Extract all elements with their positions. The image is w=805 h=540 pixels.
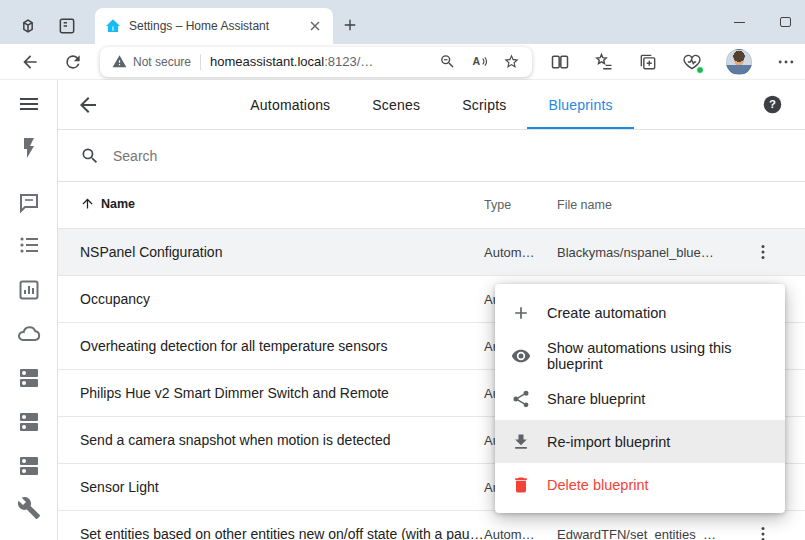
page-content: Automations Scenes Scripts Blueprints ? xyxy=(0,80,805,540)
menu-item-label: Share blueprint xyxy=(547,391,645,407)
address-bar[interactable]: Not secure homeassistant.local :8123/… A xyxy=(100,47,532,77)
plus-icon xyxy=(511,303,531,323)
url-path: :8123/… xyxy=(324,54,373,69)
close-tab-icon[interactable] xyxy=(307,18,323,34)
toolbar-icons xyxy=(550,49,796,75)
ha-header: Automations Scenes Scripts Blueprints ? xyxy=(58,80,805,130)
menu-item-label: Create automation xyxy=(547,305,666,321)
tab-scenes[interactable]: Scenes xyxy=(351,80,441,129)
sort-by-name[interactable]: Name xyxy=(80,196,135,211)
search-icon xyxy=(80,146,100,166)
settings-more-icon[interactable] xyxy=(776,52,796,72)
profile-avatar[interactable] xyxy=(726,49,752,75)
table-row[interactable]: Set entities based on other entities new… xyxy=(58,511,805,540)
row-overflow-menu-icon[interactable] xyxy=(753,242,773,262)
row-type: Autom… xyxy=(484,527,557,540)
minimize-icon[interactable] xyxy=(725,8,753,36)
column-header-name: Name xyxy=(101,197,135,211)
menu-item-show-automations[interactable]: Show automations using this blueprint xyxy=(495,334,785,377)
row-file: EdwardTFN/set_entities_bas… xyxy=(557,527,721,540)
url-host: homeassistant.local xyxy=(210,54,324,69)
row-name: Send a camera snapshot when motion is de… xyxy=(58,432,484,448)
history-icon[interactable] xyxy=(17,278,41,302)
table-header: Name Type File name xyxy=(58,182,805,229)
home-assistant-favicon xyxy=(105,18,121,34)
browser-window: Settings – Home Assistant Not secure xyxy=(0,0,805,540)
tab-blueprints[interactable]: Blueprints xyxy=(527,80,633,129)
ha-main: Automations Scenes Scripts Blueprints ? xyxy=(58,80,805,540)
tab-automations[interactable]: Automations xyxy=(229,80,351,129)
menu-item-reimport-blueprint[interactable]: Re-import blueprint xyxy=(495,420,785,463)
server-icon-2[interactable] xyxy=(17,410,41,434)
refresh-icon[interactable] xyxy=(63,52,83,72)
row-overflow-menu-icon[interactable] xyxy=(753,524,773,540)
search-input[interactable] xyxy=(113,148,413,164)
svg-text:A: A xyxy=(472,55,480,67)
read-aloud-icon[interactable]: A xyxy=(471,53,488,70)
menu-item-label: Show automations using this blueprint xyxy=(547,340,769,372)
essentials-status-badge xyxy=(696,66,704,74)
column-header-file[interactable]: File name xyxy=(557,198,721,212)
menu-item-share-blueprint[interactable]: Share blueprint xyxy=(495,377,785,420)
svg-text:?: ? xyxy=(769,98,776,110)
window-controls xyxy=(725,8,799,36)
browser-tab[interactable]: Settings – Home Assistant xyxy=(95,8,333,44)
new-tab-icon[interactable] xyxy=(341,16,359,34)
table-row[interactable]: NSPanel Configuration Autom… Blackymas/n… xyxy=(58,229,805,276)
split-screen-icon[interactable] xyxy=(550,52,570,72)
back-icon[interactable] xyxy=(20,52,40,72)
ha-sidebar xyxy=(0,80,58,540)
browser-titlebar: Settings – Home Assistant xyxy=(0,0,805,44)
download-icon xyxy=(511,432,531,452)
trash-icon xyxy=(511,475,531,495)
row-name: Set entities based on other entities new… xyxy=(58,526,484,540)
server-icon-3[interactable] xyxy=(17,454,41,478)
cloud-icon[interactable] xyxy=(17,322,41,346)
tab-scripts[interactable]: Scripts xyxy=(441,80,527,129)
address-divider xyxy=(200,54,201,70)
row-type: Autom… xyxy=(484,245,557,260)
share-icon xyxy=(511,389,531,409)
help-icon[interactable]: ? xyxy=(762,94,783,115)
not-secure-warning-icon xyxy=(112,54,127,69)
energy-icon[interactable] xyxy=(17,136,41,160)
menu-item-label: Delete blueprint xyxy=(547,477,649,493)
row-name: Overheating detection for all temperatur… xyxy=(58,338,484,354)
blueprint-context-menu: Create automation Show automations using… xyxy=(495,284,785,513)
sort-ascending-icon xyxy=(80,196,95,211)
eye-icon xyxy=(511,346,531,366)
security-label[interactable]: Not secure xyxy=(133,55,191,69)
workspaces-icon[interactable] xyxy=(18,16,38,36)
ha-tab-bar: Automations Scenes Scripts Blueprints xyxy=(58,80,805,129)
row-name: Philips Hue v2 Smart Dimmer Switch and R… xyxy=(58,385,484,401)
menu-item-create-automation[interactable]: Create automation xyxy=(495,291,785,334)
collections-icon[interactable] xyxy=(638,52,658,72)
chat-icon[interactable] xyxy=(17,191,41,215)
maximize-icon[interactable] xyxy=(771,8,799,36)
tools-icon[interactable] xyxy=(17,496,41,520)
logbook-icon[interactable] xyxy=(17,233,41,257)
favorites-icon[interactable] xyxy=(594,52,614,72)
row-name: Occupancy xyxy=(58,291,484,307)
search-bar xyxy=(58,130,805,182)
browser-essentials-icon[interactable] xyxy=(682,52,702,72)
tab-title: Settings – Home Assistant xyxy=(129,19,307,33)
row-name: Sensor Light xyxy=(58,479,484,495)
menu-icon[interactable] xyxy=(17,92,41,116)
favorite-star-icon[interactable] xyxy=(503,53,520,70)
row-file: Blackymas/nspanel_blueprin… xyxy=(557,245,721,260)
tab-actions-icon[interactable] xyxy=(57,16,77,36)
browser-navbar: Not secure homeassistant.local :8123/… A xyxy=(0,44,805,80)
column-header-type[interactable]: Type xyxy=(484,198,557,212)
zoom-out-icon[interactable] xyxy=(439,53,456,70)
menu-item-delete-blueprint[interactable]: Delete blueprint xyxy=(495,463,785,506)
menu-item-label: Re-import blueprint xyxy=(547,434,670,450)
server-icon-1[interactable] xyxy=(17,366,41,390)
row-name: NSPanel Configuration xyxy=(58,244,484,260)
